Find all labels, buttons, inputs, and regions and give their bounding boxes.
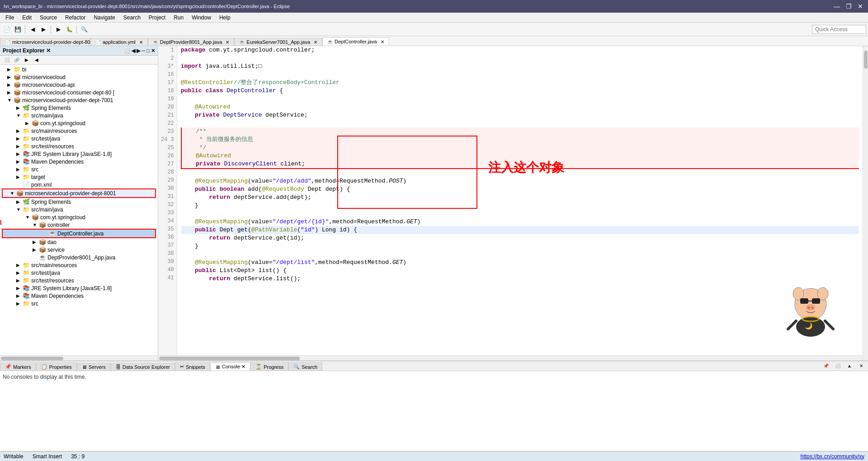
tree-item-com-yt-8001[interactable]: ▼ 📦 com.yt.springcloud: [0, 213, 158, 221]
tree-item-jre-8001[interactable]: ▶ 📚 JRE System Library [JavaSE-1.8]: [0, 284, 158, 292]
menu-run[interactable]: Run: [170, 14, 187, 22]
tree-item-bi[interactable]: ▶ 📁 bi: [0, 66, 158, 73]
menu-help[interactable]: Help: [216, 14, 234, 22]
tree-item-spring-8001[interactable]: ▶ 🌿 Spring Elements: [0, 198, 158, 206]
editor-vscroll-thumb[interactable]: [864, 51, 868, 69]
editor-scrollbar-v[interactable]: [863, 46, 868, 361]
dept-controller-row-wrapper: 2 ☕ DeptController.java: [0, 229, 158, 238]
btab-properties[interactable]: 📋 Properties: [36, 362, 77, 371]
bottom-panel-pin[interactable]: 📌: [821, 361, 831, 371]
tab-bar: 📄 microservicecloud-provider-dept-8001/p…: [0, 36, 868, 46]
tree-label-dao: dao: [47, 239, 57, 245]
tree-arrow-src-main-res-8001: ▶: [16, 263, 23, 268]
tree-item-src-main-7001[interactable]: ▼ 📁 src/main/java: [0, 112, 158, 119]
tree-item-maven-7001[interactable]: ▶ 📚 Maven Dependencies: [0, 158, 158, 165]
tree-item-com-yt-7001[interactable]: ▶ 📦 com.yt.springcloud: [0, 119, 158, 127]
tree-item-src-test-8001[interactable]: ▶ 📁 src/test/java: [0, 269, 158, 277]
tree-item-src-main-8001[interactable]: ▼ 📁 src/main/java: [0, 206, 158, 213]
bottom-panel-close[interactable]: ✕: [856, 361, 866, 371]
btab-progress[interactable]: ⏳ Progress: [250, 362, 288, 371]
tree-item-deptcontroller[interactable]: ☕ DeptController.java: [3, 230, 155, 237]
tab-0[interactable]: 📄 microservicecloud-provider-dept-8001/p…: [0, 38, 90, 46]
toolbar-back[interactable]: ◀: [28, 24, 38, 34]
tree-item-dao[interactable]: ▶ 📦 dao: [0, 238, 158, 246]
menu-refactor[interactable]: Refactor: [61, 14, 89, 22]
code-line-19: [181, 95, 859, 103]
ln-37: 37: [161, 241, 174, 249]
ln-16: 16: [161, 71, 174, 79]
tab-close-1[interactable]: ✕: [139, 40, 143, 45]
tree-item-src-test-res-8001[interactable]: ▶ 📁 src/test/resources: [0, 277, 158, 284]
sidebar-back[interactable]: ◀: [32, 55, 42, 65]
tree-arrow-jre-8001: ▶: [16, 286, 23, 291]
tree-item-mc-7001[interactable]: ▼ 📦 microservicecloud-provider-dept-7001: [0, 96, 158, 104]
sidebar-scrollbar-thumb[interactable]: [1, 357, 63, 360]
editor-scrollbar-h[interactable]: [158, 355, 863, 361]
menu-navigate[interactable]: Navigate: [90, 14, 118, 22]
code-scroll[interactable]: 1 2 3* 16 17 18 19 20 21 22 23 24 3 25 2…: [158, 46, 863, 355]
btab-search[interactable]: 🔍 Search: [288, 362, 322, 371]
tab-2[interactable]: ☕ DeptProvider8001_App.java ✕: [148, 38, 235, 46]
bottom-panel-min[interactable]: ⬜: [833, 361, 843, 371]
tree-item-mc-consumer[interactable]: ▶ 📦 microservicecloud-consumer-dept-80 [: [0, 89, 158, 96]
btab-console[interactable]: 🖥 Console ✕: [210, 362, 250, 371]
tree-item-src-main-res-8001[interactable]: ▶ 📁 src/main/resources: [0, 261, 158, 269]
sidebar-link-editor[interactable]: 🔗: [12, 55, 22, 65]
tree-item-target-7001[interactable]: ▶ 📁 target: [0, 173, 158, 181]
lib-icon-maven-8001: 📚: [23, 292, 30, 299]
tree-item-src-res-7001[interactable]: ▶ 📁 src/main/resources: [0, 127, 158, 135]
btab-snippets[interactable]: ✂ Snippets: [175, 362, 210, 371]
bottom-panel-max[interactable]: ▲: [844, 361, 854, 371]
status-link[interactable]: https://bx.cn/community/xy: [801, 453, 864, 460]
tree-item-src2-7001[interactable]: ▶ 📁 src: [0, 165, 158, 173]
tree-item-deptprovider[interactable]: ☕ DeptProvider8001_App.java: [0, 254, 158, 261]
tree-label-mc-7001: microservicecloud-provider-dept-7001: [22, 97, 113, 103]
editor-scrollbar-thumb-h[interactable]: [159, 357, 300, 360]
tab-close-3[interactable]: ✕: [314, 40, 317, 45]
btab-servers[interactable]: 🖥 Servers: [77, 363, 111, 371]
tree-item-pom-7001[interactable]: 📄 pom.xml: [0, 181, 158, 188]
tab-4[interactable]: ☕ DeptController.java ✕: [322, 38, 389, 46]
maximize-button[interactable]: ❐: [844, 2, 853, 10]
quick-access-input[interactable]: [812, 25, 866, 34]
toolbar-forward[interactable]: ▶: [38, 24, 48, 34]
toolbar-new[interactable]: 📄: [2, 24, 12, 34]
tree-item-jre-7001[interactable]: ▶ 📚 JRE System Library [JavaSE-1.8]: [0, 150, 158, 158]
tree-item-controller[interactable]: ▼ 📦 controller: [0, 221, 158, 229]
tree-item-mc-8001[interactable]: ▼ 📦 microservicecloud-provider-dept-8001: [3, 189, 155, 197]
minimize-button[interactable]: —: [833, 2, 841, 10]
menu-window[interactable]: Window: [188, 14, 215, 22]
tree-item-mc-api[interactable]: ▶ 📦 microservicecloud-api: [0, 81, 158, 89]
menu-project[interactable]: Project: [145, 14, 169, 22]
sidebar-tree[interactable]: ▶ 📁 bi ▶ 📦 microservicecloud ▶ 📦 microse…: [0, 65, 158, 355]
sidebar-collapse-all[interactable]: ⬜: [2, 55, 12, 65]
btab-datasource[interactable]: 🗄 Data Source Explorer: [111, 363, 175, 371]
tab-1[interactable]: 📄 application.yml ✕: [90, 38, 148, 46]
tree-item-src-test-res-7001[interactable]: ▶ 📁 src/test/resources: [0, 142, 158, 150]
toolbar-debug[interactable]: 🐛: [64, 24, 74, 34]
tab-close-4[interactable]: ✕: [381, 39, 384, 44]
tree-item-service[interactable]: ▶ 📦 service: [0, 246, 158, 254]
tab-close-2[interactable]: ✕: [226, 40, 229, 45]
main-layout: Project Explorer ✕ ⬜ ◀ ▶ ─ □ ✕ ⬜ 🔗 ▶ ◀ ▶…: [0, 46, 868, 361]
toolbar-search[interactable]: 🔍: [79, 24, 89, 34]
close-button[interactable]: ✕: [856, 2, 864, 10]
tab-3[interactable]: ☕ EurekaServer7001_App.java ✕: [234, 38, 322, 46]
menu-search[interactable]: Search: [120, 14, 144, 22]
menu-file[interactable]: File: [2, 14, 18, 22]
menu-source[interactable]: Source: [36, 14, 61, 22]
sidebar-forward[interactable]: ▶: [22, 55, 32, 65]
toolbar-run[interactable]: ▶: [53, 24, 63, 34]
code-line-2: [181, 54, 859, 62]
menu-edit[interactable]: Edit: [19, 14, 35, 22]
code-content[interactable]: package com.yt.springcloud.controller; i…: [177, 46, 863, 355]
tree-item-src3-8001[interactable]: ▶ 📁 src: [0, 300, 158, 307]
btab-markers[interactable]: 📌 Markers: [0, 362, 36, 371]
sidebar-scrollbar-h[interactable]: [0, 355, 158, 361]
tree-item-microservicecloud[interactable]: ▶ 📦 microservicecloud: [0, 73, 158, 81]
tree-item-src-test-7001[interactable]: ▶ 📁 src/test/java: [0, 135, 158, 142]
code-line-23: /**: [181, 127, 859, 136]
tree-item-spring-7001[interactable]: ▶ 🌿 Spring Elements: [0, 104, 158, 112]
tree-item-maven-8001[interactable]: ▶ 📚 Maven Dependencies: [0, 292, 158, 300]
toolbar-save[interactable]: 💾: [13, 24, 23, 34]
